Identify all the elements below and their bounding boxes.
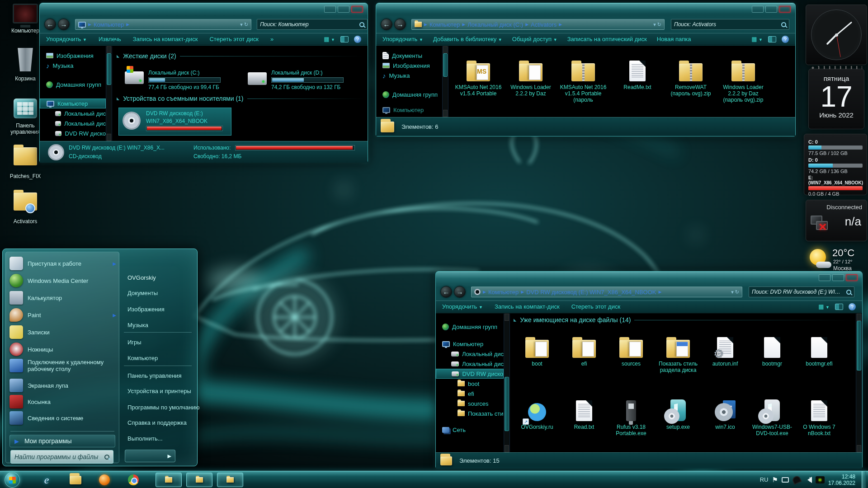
start-menu-link-help[interactable]: Справка и поддержка (127, 419, 193, 426)
breadcrumb-item[interactable]: Компьютер (429, 21, 460, 28)
sidebar-item-show-style[interactable]: Показать сти (436, 408, 504, 418)
minimize-button[interactable] (819, 274, 830, 281)
scrollbar-thumb[interactable] (443, 53, 448, 77)
close-button[interactable] (351, 6, 363, 13)
breadcrumb-item[interactable]: Локальный диск (C:) (467, 21, 523, 28)
shutdown-button[interactable]: ▶ (125, 450, 175, 462)
start-menu-item-sticky-notes[interactable]: Записки (9, 325, 116, 339)
start-menu-item-getting-started[interactable]: Приступая к работе▶ (9, 257, 116, 270)
network-tray-icon[interactable] (782, 477, 789, 483)
maximize-button[interactable] (338, 6, 349, 13)
taskbar-icon-internet-explorer[interactable]: e (40, 474, 53, 486)
start-menu-link-computer[interactable]: Компьютер (127, 355, 193, 361)
forward-button[interactable]: → (394, 19, 406, 30)
group-header[interactable]: Уже имеющиеся на диске файлы (14) (514, 316, 855, 324)
scrollbar[interactable] (442, 46, 448, 117)
sidebar-item-dvd-drive[interactable]: DVD RW диско (436, 369, 504, 379)
title-bar[interactable] (40, 3, 368, 16)
sidebar-item-network[interactable]: Сеть (436, 425, 504, 435)
group-header[interactable]: Устройства со съемными носителями (1) (117, 95, 365, 102)
start-menu-item-system-info[interactable]: Сведения о системе (9, 411, 116, 425)
close-button[interactable] (779, 6, 791, 13)
sidebar-item-efi[interactable]: efi (436, 389, 504, 399)
toolbar-new-folder[interactable]: Новая папка (657, 36, 691, 42)
file-item[interactable]: efi (561, 325, 608, 367)
back-button[interactable]: ← (44, 19, 56, 30)
file-item[interactable]: Read.txt (561, 389, 608, 430)
start-menu-link-documents[interactable]: Документы (127, 290, 193, 296)
refresh-icon[interactable]: ▾ ↻ (653, 22, 661, 28)
tray-clock[interactable]: 12:48 17.06.2022 (828, 474, 858, 486)
toolbar-organize[interactable]: Упорядочить ▼ (46, 36, 87, 42)
toolbar-more[interactable]: » (270, 36, 274, 42)
start-menu-link-music[interactable]: Музыка (127, 322, 193, 328)
sidebar-item-local-disk-c[interactable]: Локальный дис (436, 349, 504, 359)
sidebar-item-sources[interactable]: sources (436, 399, 504, 408)
file-item[interactable]: setup.exe (655, 389, 702, 430)
toolbar-organize[interactable]: Упорядочить ▼ (382, 36, 423, 42)
sidebar-item-homegroup[interactable]: Домашняя групп (40, 80, 106, 89)
file-item[interactable]: Windows Loader 2.2.2 by Daz (пароль ovg)… (720, 49, 767, 103)
sidebar-item-computer[interactable]: Компьютер (436, 339, 504, 349)
start-menu-link-pictures[interactable]: Изображения (127, 306, 193, 313)
toolbar-burn[interactable]: Запись на компакт-диск (495, 303, 560, 310)
file-item[interactable]: KMSAuto Net 2016 v1.5.4 Portable (пароль (560, 49, 607, 103)
sidebar-item-music[interactable]: ♪Музыка (376, 70, 442, 80)
help-button[interactable]: ? (849, 303, 856, 310)
maximize-button[interactable] (832, 274, 844, 281)
drive-item-c[interactable]: Локальный диск (C:) 77,4 ГБ свободно из … (125, 70, 238, 90)
file-item[interactable]: bootmgr.efi (796, 325, 843, 367)
title-bar[interactable] (436, 272, 862, 284)
search-box[interactable]: Поиск: DVD RW дисковод (E:) WIN7_... (749, 286, 854, 297)
file-item[interactable]: bootmgr (749, 325, 796, 367)
start-menu-item-solitaire[interactable]: Косынка (9, 395, 116, 408)
minimize-button[interactable] (324, 6, 336, 13)
file-item[interactable]: Windows Loader 2.2.2 by Daz (507, 49, 554, 97)
satellite-dish-icon[interactable] (791, 474, 802, 484)
clock-gadget[interactable] (806, 5, 867, 65)
address-bar[interactable]: ▶ Компьютер ▶ ▾ ↻ (75, 19, 251, 30)
toolbar-add-to-library[interactable]: Добавить в библиотеку ▼ (433, 36, 502, 42)
file-item[interactable]: RemoveWAT (пароль ovg).zip (667, 49, 714, 97)
drive-item-d[interactable]: Локальный диск (D:) 74,2 ГБ свободно из … (248, 70, 361, 90)
start-menu-item-calculator[interactable]: Калькулятор (9, 291, 116, 305)
sidebar-item-computer[interactable]: Компьютер (376, 105, 442, 115)
drive-item-dvd[interactable]: DVD RW дисковод (E:) WIN7_X86_X64_NBOOK (118, 108, 231, 136)
desktop-icon-activators[interactable]: Activators (3, 190, 48, 225)
toolbar-burn-optical[interactable]: Записать на оптический диск (567, 36, 647, 42)
toolbar-organize[interactable]: Упорядочить ▼ (442, 303, 483, 310)
weather-gadget[interactable]: 20°C 22° / 12° Москва (807, 245, 867, 273)
views-button[interactable]: ▦ ▼ (818, 303, 830, 310)
help-button[interactable]: ? (782, 36, 789, 43)
sidebar-item-music[interactable]: ♪Музыка (40, 61, 106, 70)
start-menu-item-snipping-tool[interactable]: Ножницы (9, 343, 116, 356)
scrollbar[interactable] (106, 46, 112, 141)
preview-pane-button[interactable] (340, 36, 349, 42)
sidebar-item-local-disk-c[interactable]: Локальный дис (40, 108, 106, 118)
file-item[interactable]: Rufus v3.18 Portable.exe (608, 389, 655, 436)
scrollbar[interactable] (504, 314, 510, 452)
drive-meter-gadget[interactable]: C: 0 77.5 GB / 102 GB D: 0 74.2 GB / 136… (804, 134, 867, 195)
language-indicator[interactable]: RU (760, 476, 769, 483)
help-button[interactable]: ? (354, 36, 361, 43)
sidebar-item-homegroup[interactable]: Домашняя групп (436, 322, 504, 332)
sidebar-item-documents[interactable]: Документы (376, 51, 442, 61)
start-menu-link-devices[interactable]: Устройства и принтеры (127, 388, 193, 394)
file-item[interactable]: 7 win7.ico (702, 389, 749, 430)
scrollbar-thumb[interactable] (505, 377, 509, 431)
file-item[interactable]: sources (608, 325, 655, 367)
sidebar-item-pictures[interactable]: Изображения (40, 51, 106, 61)
taskbar-icon-explorer[interactable] (69, 474, 82, 486)
taskbar-window-button[interactable] (156, 473, 182, 487)
all-programs-button[interactable]: ▶Мои программы (9, 435, 115, 447)
scrollbar[interactable] (856, 314, 862, 452)
preview-pane-button[interactable] (768, 36, 776, 42)
action-center-flag-icon[interactable]: ⚑ (772, 476, 778, 484)
taskbar-icon-chrome[interactable] (127, 474, 140, 486)
file-item[interactable]: ↗ OVGorskiy.ru (514, 389, 561, 430)
calendar-gadget[interactable]: пятница 17 Июнь 2022 (808, 69, 864, 129)
forward-button[interactable]: → (58, 19, 70, 30)
file-item[interactable]: О Windows 7 nBook.txt (796, 389, 843, 436)
start-menu-link-control-panel[interactable]: Панель управления (127, 372, 193, 379)
sidebar-item-pictures[interactable]: Изображения (376, 61, 442, 70)
